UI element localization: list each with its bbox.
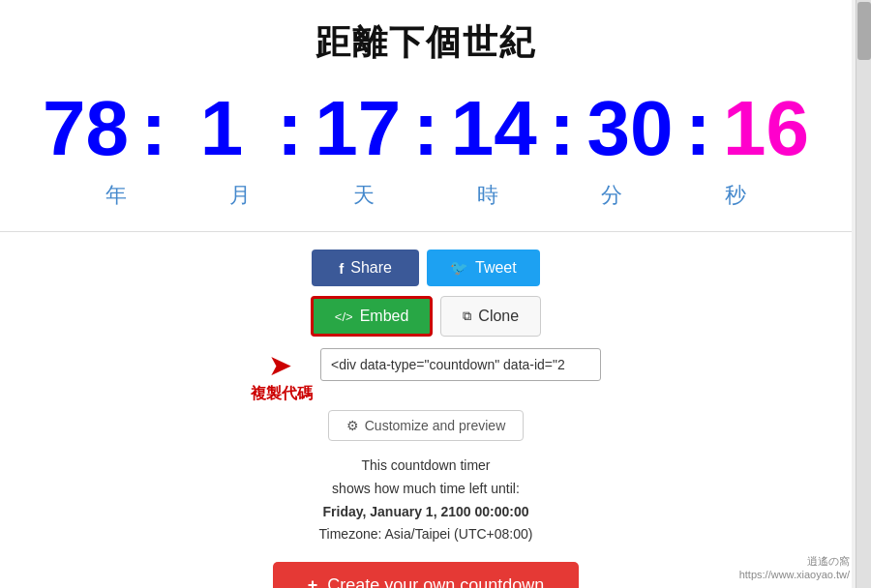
info-line1: This countdown timer [319,455,533,478]
embed-button[interactable]: </> Embed [311,296,434,337]
label-months: 月 [187,181,293,210]
embed-code-container: ➤ 複製代碼 [251,348,601,404]
page-title: 距離下個世紀 [315,19,536,67]
label-days: 天 [311,181,417,210]
main-container: 距離下個世紀 78 : 1 : 17 : 14 : 30 : 16 年 月 天 … [0,0,852,588]
minutes-value: 30 [577,84,683,173]
sep1: : [140,90,166,167]
label-hours: 時 [435,181,541,210]
days-value: 17 [305,84,411,173]
red-arrow-icon: ➤ [268,348,292,382]
tweet-button[interactable]: 🐦 Tweet [427,250,540,286]
twitter-icon: 🐦 [450,259,468,277]
create-countdown-button[interactable]: + Create your own countdown [273,562,580,588]
plus-icon: + [308,575,318,588]
sep2: : [277,90,303,167]
embed-label: Embed [360,308,409,325]
share-button[interactable]: f Share [312,250,419,286]
sep3: : [413,90,439,167]
copy-label: 複製代碼 [251,384,313,404]
info-line3: Friday, January 1, 2100 00:00:00 [319,501,533,524]
code-icon: </> [335,309,353,324]
customize-button[interactable]: ⚙ Customize and preview [328,410,525,441]
scrollbar-thumb[interactable] [857,2,871,60]
arrow-label-col: ➤ 複製代碼 [251,348,313,404]
info-line2: shows how much time left until: [319,478,533,501]
tweet-label: Tweet [475,259,517,277]
scrollbar[interactable] [856,0,871,588]
sep4: : [549,90,575,167]
facebook-icon: f [339,260,344,277]
countdown-labels: 年 月 天 時 分 秒 [63,181,789,210]
years-value: 78 [32,84,138,173]
create-label: Create your own countdown [327,575,544,588]
label-seconds: 秒 [682,181,789,210]
watermark-url: https://www.xiaoyao.tw/ [739,569,850,580]
seconds-value: 16 [713,84,820,173]
customize-label: Customize and preview [365,418,506,433]
embed-clone-row: </> Embed ⧉ Clone [311,296,541,337]
gear-icon: ⚙ [346,418,359,433]
clone-label: Clone [478,308,519,325]
months-value: 1 [168,84,275,173]
countdown-display: 78 : 1 : 17 : 14 : 30 : 16 [32,84,819,173]
info-line4: Timezone: Asia/Taipei (UTC+08:00) [319,523,533,546]
sep5: : [685,90,711,167]
embed-code-input[interactable] [320,348,601,381]
info-text: This countdown timer shows how much time… [319,455,533,546]
clone-button[interactable]: ⧉ Clone [440,296,541,337]
watermark: 逍遙の窩 https://www.xiaoyao.tw/ [739,554,850,580]
label-years: 年 [63,181,169,210]
share-label: Share [350,259,392,277]
share-buttons-row: f Share 🐦 Tweet [312,250,539,286]
divider [0,231,852,232]
watermark-text: 逍遙の窩 [739,554,850,569]
clone-icon: ⧉ [463,309,471,324]
hours-value: 14 [440,84,547,173]
label-minutes: 分 [558,181,665,210]
